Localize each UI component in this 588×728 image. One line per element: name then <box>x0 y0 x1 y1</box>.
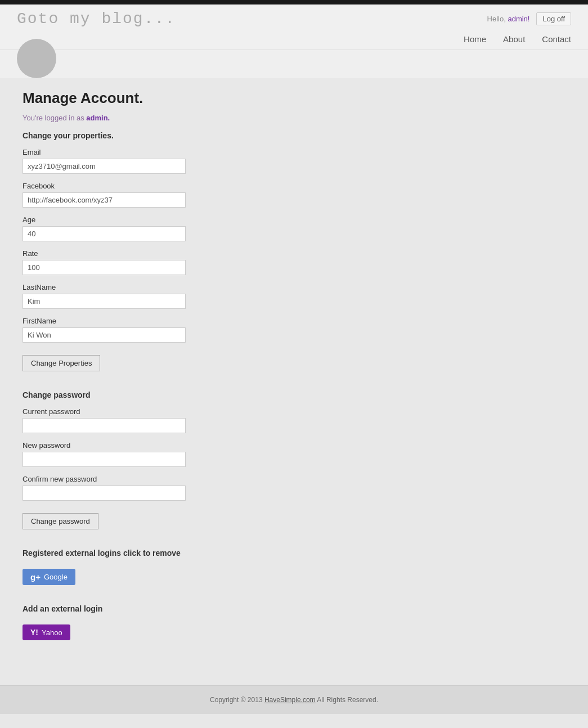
hello-text: Hello, admin! <box>487 15 530 23</box>
facebook-label: Facebook <box>23 182 371 190</box>
logoff-button[interactable]: Log off <box>536 12 571 25</box>
top-bar <box>0 0 588 5</box>
yahoo-login-button[interactable]: Y! Yahoo <box>23 624 70 640</box>
email-label: Email <box>23 148 371 156</box>
avatar <box>17 39 56 78</box>
lastname-input[interactable] <box>23 294 186 309</box>
change-password-heading: Change password <box>23 390 371 399</box>
rate-label: Rate <box>23 249 371 258</box>
yahoo-icon: Y! <box>30 628 38 637</box>
email-group: Email <box>23 148 371 174</box>
nav-contact[interactable]: Contact <box>542 34 571 44</box>
confirm-password-label: Confirm new password <box>23 475 371 483</box>
change-properties-button[interactable]: Change Properties <box>23 355 100 371</box>
new-password-label: New password <box>23 441 371 450</box>
page-title: Manage Account. <box>23 89 371 107</box>
avatar-area <box>0 50 588 78</box>
firstname-label: FirstName <box>23 317 371 325</box>
age-label: Age <box>23 215 371 224</box>
logged-in-username: admin. <box>86 114 110 122</box>
external-logins-heading: Registered external logins click to remo… <box>23 549 371 558</box>
facebook-group: Facebook <box>23 182 371 208</box>
age-input[interactable] <box>23 226 186 241</box>
nav-about[interactable]: About <box>503 34 525 44</box>
current-password-label: Current password <box>23 407 371 416</box>
nav-home[interactable]: Home <box>464 34 486 44</box>
change-password-button[interactable]: Change password <box>23 513 98 529</box>
change-properties-heading: Change your properties. <box>23 131 371 140</box>
header-right: Hello, admin! Log off <box>487 12 571 25</box>
content-wrapper: Manage Account. You're logged in as admi… <box>0 78 588 663</box>
rate-input[interactable] <box>23 260 186 275</box>
footer-rights: All Rights Reserved. <box>317 696 378 704</box>
add-external-heading: Add an external login <box>23 604 371 613</box>
main-nav: Home About Contact <box>17 30 571 50</box>
confirm-password-input[interactable] <box>23 486 186 501</box>
footer-copyright: Copyright © 2013 <box>210 696 263 704</box>
footer: Copyright © 2013 HaveSimple.com All Righ… <box>0 685 588 714</box>
new-password-input[interactable] <box>23 452 186 467</box>
current-password-input[interactable] <box>23 418 186 433</box>
firstname-input[interactable] <box>23 327 186 343</box>
new-password-group: New password <box>23 441 371 467</box>
header-top: Goto my blog... Hello, admin! Log off <box>17 5 571 30</box>
age-group: Age <box>23 215 371 241</box>
main-content: Manage Account. You're logged in as admi… <box>0 78 394 663</box>
confirm-password-group: Confirm new password <box>23 475 371 501</box>
google-login-button[interactable]: g+ Google <box>23 569 75 585</box>
logged-in-text: You're logged in as admin. <box>23 114 371 122</box>
current-password-group: Current password <box>23 407 371 433</box>
firstname-group: FirstName <box>23 317 371 343</box>
admin-link[interactable]: admin! <box>508 15 529 23</box>
lastname-label: LastName <box>23 283 371 291</box>
email-input[interactable] <box>23 159 186 174</box>
footer-site-link[interactable]: HaveSimple.com <box>264 696 316 704</box>
rate-group: Rate <box>23 249 371 275</box>
facebook-input[interactable] <box>23 192 186 208</box>
google-icon: g+ <box>30 572 41 582</box>
site-title: Goto my blog... <box>17 10 176 28</box>
lastname-group: LastName <box>23 283 371 309</box>
